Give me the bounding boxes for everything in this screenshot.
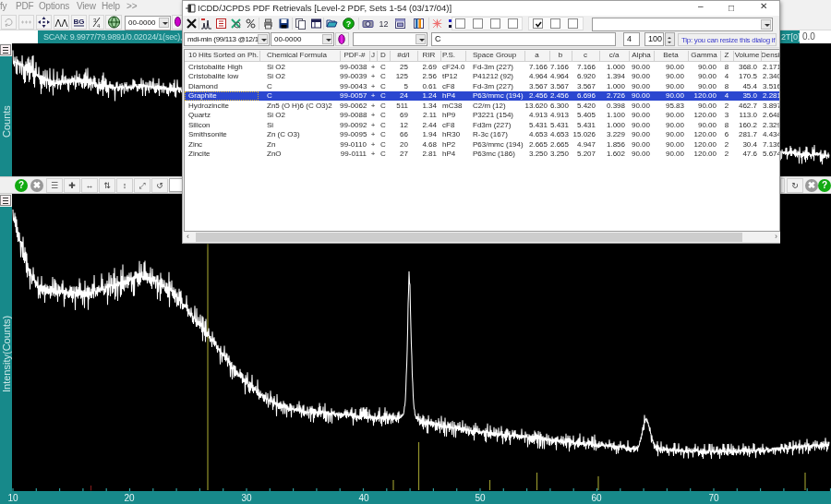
svg-text:?: ? [346,19,352,29]
svg-text:BG: BG [74,18,85,26]
svg-text:4: 4 [97,23,101,29]
svg-text:12: 12 [379,19,388,29]
